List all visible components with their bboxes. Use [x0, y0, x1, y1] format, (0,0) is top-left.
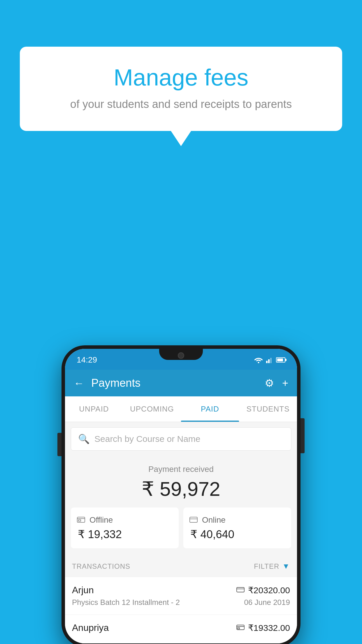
offline-amount: ₹ 19,332: [77, 528, 122, 541]
tab-upcoming[interactable]: UPCOMING: [123, 396, 181, 422]
online-icon: [189, 515, 198, 525]
offline-type: Offline: [89, 515, 113, 525]
transaction-row-anupriya[interactable]: Anupriya ₹19332.00: [65, 615, 297, 643]
app-bar: ← Payments ⚙ +: [65, 370, 297, 396]
wifi-icon: [254, 357, 263, 363]
speech-bubble-container: Manage fees of your students and send re…: [20, 47, 342, 131]
offline-icon: [77, 515, 85, 525]
settings-button[interactable]: ⚙: [265, 377, 274, 389]
svg-rect-13: [238, 628, 240, 629]
filter-icon: ▼: [282, 562, 290, 571]
online-card: Online ₹ 40,640: [183, 508, 291, 548]
tab-paid[interactable]: PAID: [181, 396, 239, 422]
online-amount: ₹ 40,640: [189, 528, 234, 541]
filter-label: FILTER: [254, 562, 279, 570]
svg-rect-2: [268, 359, 270, 363]
payment-label: Payment received: [71, 465, 291, 474]
svg-point-0: [258, 362, 259, 363]
transaction-name-arjun: Arjun: [72, 585, 94, 596]
svg-rect-7: [190, 517, 197, 522]
payment-cards: Offline ₹ 19,332 Online: [71, 508, 291, 548]
add-button[interactable]: +: [282, 377, 288, 389]
search-container: 🔍 Search by Course or Name: [65, 422, 297, 456]
transaction-name-anupriya: Anupriya: [72, 622, 109, 633]
phone-outer: 14:29: [61, 345, 301, 644]
tabs: UNPAID UPCOMING PAID STUDENTS: [65, 396, 297, 422]
payment-total: ₹ 59,972: [71, 477, 291, 501]
app-bar-title: Payments: [91, 377, 265, 389]
offline-card: Offline ₹ 19,332: [71, 508, 179, 548]
svg-rect-9: [237, 587, 244, 592]
offline-payment-icon: [236, 623, 245, 632]
online-type: Online: [202, 515, 226, 525]
svg-rect-1: [266, 361, 268, 363]
filter-button[interactable]: FILTER ▼: [254, 562, 290, 571]
search-icon: 🔍: [78, 433, 90, 444]
transaction-amount-anupriya: ₹19332.00: [248, 623, 290, 633]
transaction-amount-arjun: ₹20320.00: [248, 585, 290, 595]
status-icons: [254, 357, 285, 363]
battery-icon: [276, 357, 285, 363]
transactions-label: TRANSACTIONS: [72, 562, 130, 570]
transaction-course-arjun: Physics Batch 12 Installment - 2: [72, 598, 180, 607]
tab-unpaid[interactable]: UNPAID: [65, 396, 123, 422]
camera-icon: [178, 352, 184, 359]
search-input[interactable]: Search by Course or Name: [94, 434, 201, 444]
app-bar-actions: ⚙ +: [265, 377, 288, 389]
search-box[interactable]: 🔍 Search by Course or Name: [71, 427, 291, 451]
payment-summary: Payment received ₹ 59,972: [65, 456, 297, 555]
phone-screen: 14:29: [65, 349, 297, 643]
status-time: 14:29: [77, 355, 97, 365]
bubble-subtitle: of your students and send receipts to pa…: [34, 98, 328, 111]
bubble-title: Manage fees: [34, 64, 328, 91]
signal-icon: [266, 357, 273, 363]
phone-notch: [159, 349, 203, 360]
tab-students[interactable]: STUDENTS: [239, 396, 297, 422]
svg-rect-6: [78, 520, 81, 521]
card-payment-icon: [236, 586, 245, 595]
transaction-date-arjun: 06 June 2019: [244, 598, 290, 607]
back-button[interactable]: ←: [74, 377, 84, 389]
speech-bubble: Manage fees of your students and send re…: [20, 47, 342, 131]
transaction-row-arjun[interactable]: Arjun ₹20320.00 Physics Batch 12 Install…: [65, 577, 297, 615]
svg-rect-3: [270, 358, 272, 363]
phone-wrapper: 14:29: [61, 345, 301, 644]
transactions-header: TRANSACTIONS FILTER ▼: [65, 555, 297, 577]
